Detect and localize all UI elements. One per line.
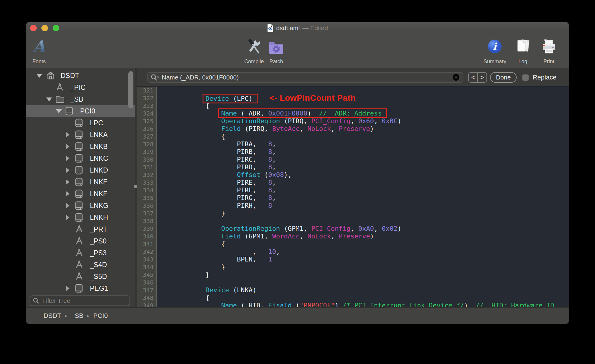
statusbar: DSDT▸_SB▸PCI0 xyxy=(26,307,569,324)
filter-tree-input[interactable] xyxy=(39,297,130,304)
method-icon xyxy=(75,237,85,245)
code-line: 339 OperationRegion (GPM1, PCI_Config, 0… xyxy=(137,225,569,233)
code-editor[interactable]: 321322 Device (LPC)<- LowPinCount Path32… xyxy=(137,87,569,307)
disclosure-triangle-icon[interactable] xyxy=(66,214,75,220)
disclosure-triangle-icon[interactable] xyxy=(66,155,75,161)
tree-item-lnkg[interactable]: LNKG xyxy=(26,200,135,212)
breadcrumb-item[interactable]: _SB xyxy=(71,312,83,320)
line-number: 332 xyxy=(137,171,157,179)
print-button[interactable]: Print xyxy=(539,37,558,65)
line-text: Field (PIRQ, ByteAcc, NoLock, Preserve) xyxy=(157,125,374,133)
tree-item-_ps0[interactable]: _PS0 xyxy=(26,235,135,247)
tree-item-_ps3[interactable]: _PS3 xyxy=(26,247,135,259)
disclosure-triangle-icon[interactable] xyxy=(66,191,75,197)
search-field[interactable] xyxy=(147,72,463,83)
line-number: 329 xyxy=(137,148,157,156)
code-line: 340 Field (GPM1, WordAcc, NoLock, Preser… xyxy=(137,233,569,240)
tree-item-lnkb[interactable]: LNKB xyxy=(26,141,135,152)
tree-item-_s5d[interactable]: _S5D xyxy=(26,271,135,282)
patch-button[interactable]: Patch xyxy=(267,37,286,65)
line-text xyxy=(157,87,174,94)
tree-item-lnka[interactable]: LNKA xyxy=(26,129,135,141)
disclosure-triangle-icon[interactable] xyxy=(66,144,75,150)
tree-item-lpc[interactable]: LPC xyxy=(26,117,135,129)
log-button[interactable]: Log xyxy=(513,37,532,65)
replace-control: Replace xyxy=(522,72,557,83)
tree-item-_sb[interactable]: _SB xyxy=(26,93,135,105)
app-window: dsdt.aml — Edited AFonts CompilePatch iS… xyxy=(26,22,569,324)
tree-item-pci0[interactable]: PCI0 xyxy=(26,105,135,117)
disclosure-triangle-icon[interactable] xyxy=(56,109,65,113)
line-text: PIRB, 8, xyxy=(157,148,276,156)
summary-button[interactable]: iSummary xyxy=(484,37,506,65)
line-number: 341 xyxy=(137,240,157,248)
line-number: 344 xyxy=(137,263,157,271)
tree-item-lnkd[interactable]: LNKD xyxy=(26,164,135,176)
device-icon xyxy=(65,107,75,116)
tree-item-peg1[interactable]: PEG1 xyxy=(26,282,135,294)
tree-item-lnkf[interactable]: LNKF xyxy=(26,188,135,200)
sidebar-tree: DSDT_PIC_SBPCI0LPCLNKALNKBLNKCLNKDLNKELN… xyxy=(26,68,135,294)
line-text xyxy=(157,217,174,225)
breadcrumb-item[interactable]: PCI0 xyxy=(93,312,108,320)
search-input[interactable] xyxy=(159,74,452,81)
disclosure-triangle-icon[interactable] xyxy=(66,167,75,173)
search-menu-icon[interactable] xyxy=(151,74,159,81)
code-line: 324 Name (_ADR, 0x001F0000) // _ADR: Add… xyxy=(137,110,569,117)
method-icon xyxy=(75,225,85,233)
code-line: 347 Device (LNKA) xyxy=(137,286,569,294)
window-title: dsdt.aml — Edited xyxy=(26,22,569,34)
tree-item-_s4d[interactable]: _S4D xyxy=(26,259,135,271)
fonts-button[interactable]: AFonts xyxy=(30,37,48,65)
line-text: OperationRegion (GPM1, PCI_Config, 0xA0,… xyxy=(157,225,401,233)
annotation-box: Device (LPC) xyxy=(203,94,258,103)
filter-field xyxy=(30,295,130,306)
tree-item-label: LPC xyxy=(90,119,103,127)
find-next-button[interactable]: > xyxy=(478,73,486,82)
sidebar-scrollbar-thumb[interactable] xyxy=(128,71,133,108)
tree-item-lnke[interactable]: LNKE xyxy=(26,176,135,188)
tree-item-lnkh[interactable]: LNKH xyxy=(26,212,135,223)
line-number: 339 xyxy=(137,225,157,233)
disclosure-triangle-icon[interactable] xyxy=(66,203,75,209)
code-line: 337 } xyxy=(137,209,569,217)
tree-item-label: PCI0 xyxy=(80,107,95,115)
line-text: PIRC, 8, xyxy=(157,156,276,163)
line-number: 325 xyxy=(137,117,157,125)
disclosure-triangle-icon[interactable] xyxy=(66,179,75,185)
tree-item-lnkc[interactable]: LNKC xyxy=(26,152,135,164)
clear-search-icon[interactable] xyxy=(452,74,460,81)
code-line: 335 PIRG, 8, xyxy=(137,194,569,202)
done-button[interactable]: Done xyxy=(490,72,517,83)
line-number: 328 xyxy=(137,140,157,148)
device-icon xyxy=(75,201,85,210)
line-text: { xyxy=(157,102,209,110)
tree-item-dsdt[interactable]: DSDT xyxy=(26,70,135,82)
line-number: 338 xyxy=(137,217,157,225)
tree-item-label: LNKC xyxy=(90,155,108,162)
toolbar-item-label: Summary xyxy=(484,58,506,65)
tree-item-label: LNKA xyxy=(90,131,108,139)
find-previous-button[interactable]: < xyxy=(469,73,478,82)
line-text: PIRA, 8, xyxy=(157,140,276,148)
tree-item-_prt[interactable]: _PRT xyxy=(26,223,135,235)
toolbar-item-label: Fonts xyxy=(32,58,46,65)
tree-item-label: _SB xyxy=(70,95,83,103)
disclosure-triangle-icon[interactable] xyxy=(66,285,75,291)
disclosure-triangle-icon[interactable] xyxy=(36,74,46,78)
tree-item-label: _PS3 xyxy=(90,249,106,257)
tree-item-label: _S5D xyxy=(90,273,107,281)
code-line: 333 PIRE, 8, xyxy=(137,179,569,186)
find-navigation: < > xyxy=(468,72,487,83)
disclosure-triangle-icon[interactable] xyxy=(66,132,75,138)
toolbar-right: iSummaryLogPrint xyxy=(484,37,558,65)
breadcrumb-item[interactable]: DSDT xyxy=(43,312,61,320)
disclosure-triangle-icon[interactable] xyxy=(46,98,56,101)
tree-item-label: _PRT xyxy=(90,225,107,233)
replace-checkbox[interactable] xyxy=(522,74,529,81)
compile-button[interactable]: Compile xyxy=(244,37,264,65)
line-text: Name (_ADR, 0x001F0000) // _ADR: Address xyxy=(157,110,387,117)
line-number: 330 xyxy=(137,156,157,163)
device-icon xyxy=(75,130,85,139)
tree-item-_pic[interactable]: _PIC xyxy=(26,82,135,93)
